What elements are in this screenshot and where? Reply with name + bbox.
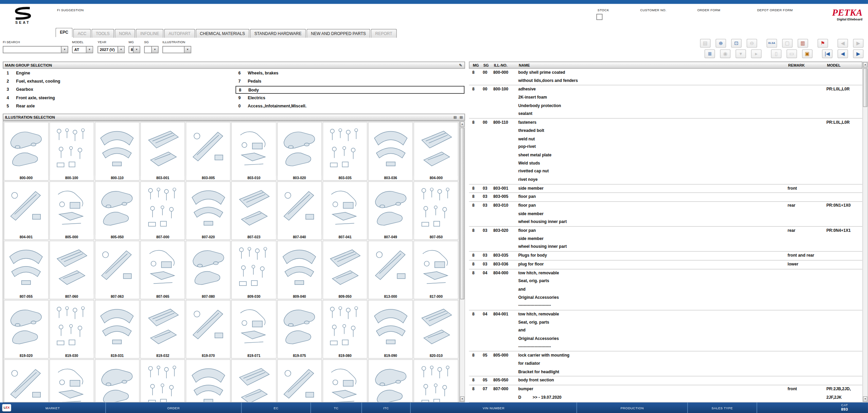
parts-row-805-050[interactable]: 805805-050body front section — [469, 376, 862, 385]
pin-icon[interactable]: ⚑ — [817, 39, 828, 48]
parts-row[interactable]: Seat, orig. parts — [469, 277, 862, 286]
illustration-thumb-819-020[interactable]: 819-020 — [4, 300, 49, 359]
parts-row[interactable]: rivetted cap nut — [469, 168, 862, 176]
illustration-thumb-805-000[interactable]: 805-000 — [49, 181, 94, 240]
parts-row[interactable]: wheel housing inner part — [469, 218, 862, 226]
illustration-thumb-807-040[interactable]: 807-040 — [277, 181, 322, 240]
parts-row-800-110[interactable]: 800800-110fastenersPR:L0L,L0R — [469, 118, 862, 127]
illustration-thumb-819-071[interactable]: 819-071 — [231, 300, 276, 359]
tab-chemical-materials[interactable]: CHEMICAL MATERIALS — [195, 29, 249, 38]
nav-prev-icon[interactable]: ◀ — [837, 49, 848, 58]
parts-row-803-036[interactable]: 803803-036plug for floorlower — [469, 260, 862, 269]
main-group-item-rear-axle[interactable]: 5Rear axle — [4, 103, 234, 110]
illustration-thumb[interactable] — [277, 359, 322, 402]
illustration-thumb-819-090[interactable]: 819-090 — [368, 300, 413, 359]
tab-standard-hardware[interactable]: STANDARD HARDWARE — [250, 29, 306, 38]
parts-row-803-020[interactable]: 803803-020floor panrearPR:0N4+1X1 — [469, 226, 862, 235]
parts-row[interactable]: wheel housing inner part — [469, 243, 862, 251]
main-group-item-engine[interactable]: 1Engine — [4, 69, 234, 77]
illustration-thumb[interactable] — [4, 359, 49, 402]
tab-epc[interactable]: EPC — [55, 28, 73, 37]
illustration-thumb-819-075[interactable]: 819-075 — [277, 300, 322, 359]
cart-icon[interactable]: ▣ — [802, 49, 813, 58]
zoom-in-icon[interactable]: ⊕ — [715, 39, 726, 48]
parts-row[interactable]: threaded bolt — [469, 127, 862, 135]
illustration-thumb[interactable] — [95, 359, 140, 402]
thumb-size-small-icon[interactable]: ⊞ — [454, 114, 457, 121]
customer-no-button[interactable]: CUSTOMER NO. — [640, 8, 666, 12]
parts-row[interactable]: Original Accessories — [469, 335, 862, 343]
scroll-up-icon[interactable]: ▲ — [460, 121, 464, 127]
illustration-thumb-807-050[interactable]: 807-050 — [414, 181, 459, 240]
illustration-thumb-807-000[interactable]: 807-000 — [140, 181, 185, 240]
parts-row-807-000[interactable]: 807807-000bumperfrontPR:2JB,2JD, — [469, 385, 862, 394]
parts-row[interactable]: pop-rivet — [469, 143, 862, 151]
illustration-thumb-800-110[interactable]: 800-110 — [95, 122, 140, 180]
main-group-item-fuel-exhaust-cooling[interactable]: 2Fuel, exhaust, cooling — [4, 78, 234, 85]
main-group-item-wheels-brakes[interactable]: 6Wheels, brakes — [235, 69, 464, 77]
parts-row[interactable]: Seat, orig. parts — [469, 319, 862, 327]
nav-first-icon[interactable]: |◀ — [822, 49, 833, 58]
mg-combo[interactable]: 8▼ — [129, 46, 140, 53]
illustration-thumb-800-000[interactable]: 800-000 — [4, 122, 49, 180]
illustration-thumb-804-001[interactable]: 804-001 — [4, 181, 49, 240]
parts-row-803-035[interactable]: 803803-035Plugs for bodyfront and rear — [469, 251, 862, 260]
sg-combo[interactable]: ▼ — [144, 46, 158, 53]
parts-row-803-010[interactable]: 803803-010floor panrearPR:0N1+1X0 — [469, 201, 862, 210]
main-group-item-front-axle-steering[interactable]: 4Front axle, steering — [4, 94, 234, 102]
parts-row[interactable]: weld nut — [469, 135, 862, 143]
parts-row[interactable]: ------------------------ — [469, 343, 862, 351]
illustration-thumb-803-020[interactable]: 803-020 — [277, 122, 322, 180]
scroll-up-icon[interactable]: ▲ — [863, 62, 867, 68]
zoom-region-icon[interactable]: ⊡ — [731, 39, 742, 48]
parts-row[interactable]: 2K-insert foam — [469, 94, 862, 102]
parts-row-803-005[interactable]: 803803-005floor pan — [469, 192, 862, 201]
illustration-thumb-807-080[interactable]: 807-080 — [186, 240, 231, 299]
parts-row[interactable]: side member — [469, 235, 862, 243]
parts-row[interactable]: without lids,doors and fenders — [469, 77, 862, 85]
illustration-thumb-803-005[interactable]: 803-005 — [186, 122, 231, 180]
parts-row-804-001[interactable]: 804804-001tow hitch, removable — [469, 310, 862, 319]
parts-row[interactable]: rivet noye — [469, 176, 862, 184]
year-combo[interactable]: 2027 (V)▼ — [98, 46, 125, 53]
scroll-down-icon[interactable]: ▼ — [460, 396, 464, 402]
parts-row[interactable]: and — [469, 286, 862, 294]
illustration-combo[interactable]: ▼ — [162, 46, 191, 53]
main-group-item-gearbox[interactable]: 3Gearbox — [4, 86, 234, 94]
illustration-thumb-800-100[interactable]: 800-100 — [49, 122, 94, 180]
illustration-thumb-807-055[interactable]: 807-055 — [4, 240, 49, 299]
illustration-thumb-807-020[interactable]: 807-020 — [186, 181, 231, 240]
parts-row-803-001[interactable]: 803803-001side memberfront — [469, 184, 862, 193]
fi-search-combo[interactable]: ▼ — [3, 46, 68, 53]
illustration-thumb-807-023[interactable]: 807-023 — [231, 181, 276, 240]
illustration-thumb-817-000[interactable]: 817-000 — [414, 240, 459, 299]
illustration-thumb-819-031[interactable]: 819-031 — [95, 300, 140, 359]
illustration-thumb-813-000[interactable]: 813-000 — [368, 240, 413, 299]
chevron-down-icon[interactable]: ▼ — [133, 47, 140, 53]
parts-row-805-000[interactable]: 805805-000lock carrier with mounting — [469, 351, 862, 360]
main-group-item-body[interactable]: 8Body — [235, 86, 464, 94]
illustration-thumb-807-041[interactable]: 807-041 — [322, 181, 367, 240]
illustration-thumb[interactable] — [231, 359, 276, 402]
parts-row[interactable]: Original Accessories — [469, 294, 862, 302]
lex-badge[interactable]: LEX — [2, 404, 11, 411]
chevron-down-icon[interactable]: ▼ — [86, 47, 93, 53]
illustration-thumb-807-049[interactable]: 807-049 — [368, 181, 413, 240]
depot-order-form-button[interactable]: DEPOT ORDER FORM — [757, 8, 793, 12]
illustration-thumb-807-060[interactable]: 807-060 — [49, 240, 94, 299]
parts-row[interactable]: Weld studs — [469, 159, 862, 168]
illustration-thumb-805-050[interactable]: 805-050 — [95, 181, 140, 240]
illustration-thumb[interactable] — [414, 359, 459, 402]
main-group-item-access-infotainment-miscell[interactable]: 0Access.,Infotainment,Miscell. — [235, 103, 464, 110]
illustration-thumb-807-063[interactable]: 807-063 — [95, 240, 140, 299]
illustration-thumb-803-036[interactable]: 803-036 — [368, 122, 413, 180]
stock-checkbox[interactable] — [596, 14, 602, 20]
illustration-thumb[interactable] — [140, 359, 185, 402]
nav-next-icon[interactable]: ▶ — [853, 49, 864, 58]
scrollbar-thumb[interactable] — [863, 68, 867, 107]
illustration-thumb-809-030[interactable]: 809-030 — [231, 240, 276, 299]
parts-row[interactable]: for radiator — [469, 360, 862, 368]
illustration-thumb-807-065[interactable]: 807-065 — [140, 240, 185, 299]
illustration-thumb-819-080[interactable]: 819-080 — [322, 300, 367, 359]
illustration-thumb[interactable] — [368, 359, 413, 402]
